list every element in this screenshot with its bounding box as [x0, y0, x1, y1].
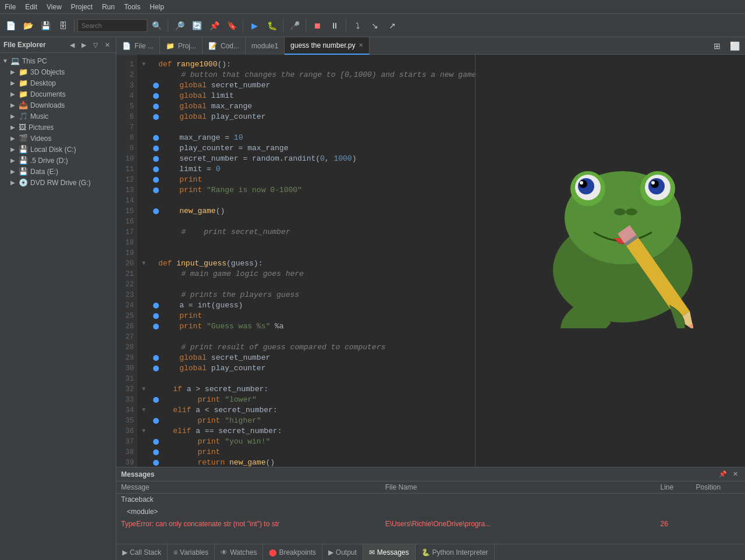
tab-guess[interactable]: guess the number.py ✕	[285, 37, 370, 55]
btab-watches[interactable]: 👁 Watches	[215, 544, 263, 561]
tab-close-button[interactable]: ✕	[359, 42, 363, 48]
line-number: 30	[116, 363, 134, 374]
menu-edit[interactable]: Edit	[20, 2, 42, 12]
run-button[interactable]: ▶	[246, 17, 262, 34]
breakpoint-dot[interactable]	[153, 439, 159, 445]
tab-expand-button[interactable]: ⬜	[726, 38, 743, 54]
breakpoint-dot[interactable]	[153, 177, 159, 183]
code-editor[interactable]: 1234567891011121314151617181920212223242…	[116, 55, 745, 467]
btab-python-interpreter[interactable]: 🐍 Python Interpreter	[416, 544, 495, 561]
mic-button[interactable]: 🎤	[286, 17, 303, 34]
variables-icon: ≡	[173, 548, 178, 557]
menu-help[interactable]: Help	[145, 2, 169, 12]
tree-item-music[interactable]: ▶ 🎵 Music	[0, 111, 116, 122]
line-number: 15	[116, 206, 134, 217]
save-button[interactable]: 💾	[37, 17, 54, 34]
btab-variables[interactable]: ≡ Variables	[168, 544, 215, 561]
tree-item-data-e[interactable]: ▶ 💾 Data (E:)	[0, 166, 116, 177]
breakpoint-dot[interactable]	[153, 313, 159, 319]
step-into-button[interactable]: ↘	[367, 17, 383, 34]
sidebar-close-button[interactable]: ✕	[102, 40, 112, 50]
breakpoint-dot[interactable]	[153, 83, 159, 88]
breakpoint-dot[interactable]	[153, 187, 159, 193]
code-line: max_range = 10	[142, 133, 740, 143]
tree-item-drive-d[interactable]: ▶ 💾 .5 Drive (D:)	[0, 155, 116, 166]
tab-split-button[interactable]: ⊞	[709, 38, 725, 54]
btab-breakpoints[interactable]: ⬤ Breakpoints	[263, 544, 322, 561]
tree-item-localdisk-c[interactable]: ▶ 💾 Local Disk (C:)	[0, 144, 116, 155]
search-button[interactable]: 🔍	[148, 17, 165, 34]
breakpoint-dot[interactable]	[153, 449, 159, 455]
code-line: print	[142, 447, 740, 458]
sidebar-filter-button[interactable]: ▽	[90, 40, 101, 50]
fold-icon[interactable]: ▼	[142, 59, 146, 70]
menu-project[interactable]: Project	[66, 2, 97, 12]
goto-button[interactable]: 📌	[206, 17, 222, 34]
fold-icon[interactable]: ▼	[142, 384, 146, 395]
code-lines[interactable]: ▼ def range1000(): # button that changes…	[137, 55, 745, 467]
tree-item-pictures[interactable]: ▶ 🖼 Pictures	[0, 122, 116, 133]
tree-item-desktop[interactable]: ▶ 📁 Desktop	[0, 77, 116, 88]
step-out-button[interactable]: ↗	[384, 17, 400, 34]
fold-icon[interactable]: ▼	[142, 258, 146, 269]
breakpoint-dot[interactable]	[153, 303, 159, 309]
step-over-button[interactable]: ⤵	[349, 17, 366, 34]
breakpoint-dot[interactable]	[153, 93, 159, 99]
breakpoint-dot[interactable]	[153, 460, 159, 466]
breakpoint-dot[interactable]	[153, 324, 159, 329]
find-button[interactable]: 🔎	[171, 17, 187, 34]
menu-run[interactable]: Run	[97, 2, 119, 12]
tree-arrow: ▶	[10, 91, 19, 97]
code-line: print "higher"	[142, 416, 740, 426]
menu-tools[interactable]: Tools	[119, 2, 145, 12]
pause-button[interactable]: ⏸	[327, 17, 343, 34]
breakpoint-dot[interactable]	[153, 166, 159, 172]
btab-callstack[interactable]: ▶ Call Stack	[116, 544, 168, 561]
messages-title: Messages	[121, 470, 716, 479]
breakpoint-dot[interactable]	[153, 366, 159, 371]
panel-pin-button[interactable]: 📌	[716, 469, 729, 479]
fold-icon[interactable]: ▼	[142, 405, 146, 416]
tab-file[interactable]: 📄 File ...	[116, 37, 160, 55]
breakpoint-dot[interactable]	[153, 418, 159, 424]
search-input[interactable]	[77, 19, 147, 32]
tree-item-downloads[interactable]: ▶ 📥 Downloads	[0, 100, 116, 111]
breakpoint-dot[interactable]	[153, 114, 159, 120]
panel-close-button[interactable]: ✕	[730, 469, 740, 479]
tree-item-thispc[interactable]: ▼ 💻 This PC	[0, 55, 116, 66]
breakpoint-dot[interactable]	[153, 156, 159, 162]
btab-messages[interactable]: ✉ Messages	[363, 544, 416, 561]
fold-icon[interactable]: ▼	[142, 426, 146, 437]
bookmark-button[interactable]: 🔖	[224, 17, 240, 34]
breakpoint-dot[interactable]	[153, 146, 159, 151]
breakpoint-dot[interactable]	[153, 104, 159, 109]
tree-item-documents[interactable]: ▶ 📁 Documents	[0, 88, 116, 100]
menu-view[interactable]: View	[42, 2, 66, 12]
line-number: 5	[116, 101, 134, 112]
replace-button[interactable]: 🔄	[189, 17, 205, 34]
tree-item-3dobjects[interactable]: ▶ 📁 3D Objects	[0, 66, 116, 77]
tab-project[interactable]: 📁 Proj...	[160, 37, 203, 55]
tree-item-videos[interactable]: ▶ 🎬 Videos	[0, 133, 116, 144]
code-text: ():	[217, 59, 230, 70]
breakpoint-dot[interactable]	[153, 397, 159, 403]
tab-module1[interactable]: module1	[246, 37, 285, 55]
open-button[interactable]: 📂	[20, 17, 36, 34]
btab-output[interactable]: ▶ Output	[322, 544, 363, 561]
line-number: 24	[116, 300, 134, 311]
sidebar-forward-button[interactable]: ▶	[79, 40, 89, 50]
stop-button[interactable]: ⏹	[309, 17, 325, 34]
line-number: 32	[116, 384, 134, 395]
breakpoint-dot[interactable]	[153, 208, 159, 214]
debug-button[interactable]: 🐛	[264, 17, 280, 34]
toolbar: 📄 📂 💾 🗄 🔍 🔎 🔄 📌 🔖 ▶ 🐛 🎤 ⏹ ⏸ ⤵ ↘ ↗	[0, 14, 745, 37]
save-all-button[interactable]: 🗄	[55, 17, 71, 34]
tree-item-dvd-g[interactable]: ▶ 💿 DVD RW Drive (G:)	[0, 177, 116, 188]
breakpoint-dot[interactable]	[153, 355, 159, 361]
tab-code[interactable]: 📝 Cod...	[203, 37, 246, 55]
menu-file[interactable]: File	[0, 2, 20, 12]
code-text: a == secret_number:	[196, 426, 282, 437]
sidebar-back-button[interactable]: ◀	[67, 40, 77, 50]
new-file-button[interactable]: 📄	[2, 17, 19, 34]
breakpoint-dot[interactable]	[153, 135, 159, 141]
